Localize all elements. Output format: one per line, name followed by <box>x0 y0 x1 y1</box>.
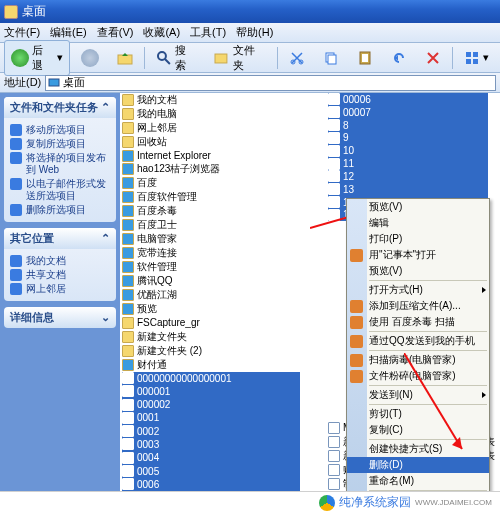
task-move[interactable]: 移动所选项目 <box>10 124 110 136</box>
search-button[interactable]: 搜索 <box>149 40 204 76</box>
svg-rect-13 <box>473 59 478 64</box>
list-item[interactable]: 0001 <box>122 411 300 424</box>
list-item[interactable]: 000002 <box>122 398 300 411</box>
menu-item[interactable]: 文件粉碎(电脑管家) <box>347 368 489 384</box>
menu-item[interactable]: 打开方式(H) <box>347 282 489 298</box>
list-item[interactable]: 12 <box>328 170 488 183</box>
list-item[interactable]: 我的电脑 <box>122 107 300 121</box>
menu-view[interactable]: 查看(V) <box>97 25 134 40</box>
views-button[interactable]: ▾ <box>457 47 496 69</box>
folder-icon <box>122 94 134 106</box>
menu-item[interactable]: 重命名(M) <box>347 473 489 489</box>
paste-button[interactable] <box>350 47 380 69</box>
item-label: 百度 <box>137 176 157 190</box>
app-icon <box>122 219 134 231</box>
list-item[interactable]: 0003 <box>122 438 300 451</box>
item-label: 00006 <box>343 94 371 105</box>
menu-edit[interactable]: 编辑(E) <box>50 25 87 40</box>
list-item[interactable]: 0006 <box>122 478 300 491</box>
item-label: hao123桔子浏览器 <box>137 162 220 176</box>
menu-item[interactable]: 通过QQ发送到我的手机 <box>347 333 489 349</box>
list-item[interactable]: 0002 <box>122 425 300 438</box>
back-button[interactable]: 后退 ▾ <box>4 40 70 76</box>
folder-icon <box>122 331 134 343</box>
place-shared[interactable]: 共享文档 <box>10 269 110 281</box>
list-item[interactable]: 新建文件夹 (2) <box>122 344 300 358</box>
menu-fav[interactable]: 收藏(A) <box>143 25 180 40</box>
menu-item-label: 删除(D) <box>369 458 403 472</box>
address-input[interactable]: 桌面 <box>45 75 496 91</box>
list-item[interactable]: Internet Explorer <box>122 149 300 162</box>
menu-tools[interactable]: 工具(T) <box>190 25 226 40</box>
menu-item[interactable]: 用"记事本"打开 <box>347 247 489 263</box>
menu-help[interactable]: 帮助(H) <box>236 25 273 40</box>
folders-button[interactable]: 文件夹 <box>207 40 273 76</box>
panel-header[interactable]: 文件和文件夹任务 ⌃ <box>4 97 116 118</box>
task-copy[interactable]: 复制所选项目 <box>10 138 110 150</box>
list-item[interactable]: 13 <box>328 183 488 196</box>
folders-icon <box>214 50 230 66</box>
menu-item[interactable]: 发送到(N) <box>347 387 489 403</box>
list-item[interactable]: 回收站 <box>122 135 300 149</box>
copy-button[interactable] <box>316 47 346 69</box>
list-item[interactable]: 电脑管家 <box>122 232 300 246</box>
menu-item[interactable]: 使用 百度杀毒 扫描 <box>347 314 489 330</box>
panel-header[interactable]: 详细信息 ⌄ <box>4 307 116 328</box>
place-label: 我的文档 <box>26 255 66 267</box>
menu-item[interactable]: 预览(V) <box>347 263 489 279</box>
menu-item-icon <box>350 300 363 313</box>
file-icon <box>328 436 340 448</box>
place-docs[interactable]: 我的文档 <box>10 255 110 267</box>
list-item[interactable]: 10 <box>328 144 488 157</box>
menu-item[interactable]: 扫描病毒(电脑管家) <box>347 352 489 368</box>
task-delete[interactable]: 删除所选项目 <box>10 204 110 216</box>
list-item[interactable]: 腾讯QQ <box>122 274 300 288</box>
menu-item[interactable]: 打印(P) <box>347 231 489 247</box>
separator <box>144 47 145 69</box>
panel-header[interactable]: 其它位置 ⌃ <box>4 228 116 249</box>
menu-item[interactable]: 添加到压缩文件(A)... <box>347 298 489 314</box>
list-item[interactable]: 0004 <box>122 451 300 464</box>
forward-button[interactable] <box>74 46 106 70</box>
list-item[interactable]: 财付通 <box>122 358 300 372</box>
list-item[interactable]: 000001 <box>122 385 300 398</box>
move-icon <box>10 124 22 136</box>
file-list[interactable]: 我的文档我的电脑网上邻居回收站Internet Explorerhao123桔子… <box>120 93 500 491</box>
delete-button[interactable] <box>418 47 448 69</box>
list-item[interactable]: 00007 <box>328 106 488 119</box>
menu-item[interactable]: 创建快捷方式(S) <box>347 441 489 457</box>
up-button[interactable] <box>110 47 140 69</box>
list-item[interactable]: 网上邻居 <box>122 121 300 135</box>
list-item[interactable]: 预览 <box>122 302 300 316</box>
list-item[interactable]: 8 <box>328 119 488 132</box>
list-item[interactable]: 百度 <box>122 176 300 190</box>
task-email[interactable]: 以电子邮件形式发送所选项目 <box>10 178 110 202</box>
cut-button[interactable] <box>282 47 312 69</box>
list-item[interactable]: 百度杀毒 <box>122 204 300 218</box>
list-item[interactable]: 00000000000000001 <box>122 372 300 385</box>
menu-item[interactable]: 预览(V) <box>347 199 489 215</box>
list-item[interactable]: 00006 <box>328 93 488 106</box>
list-item[interactable]: 0005 <box>122 464 300 477</box>
list-item[interactable]: 11 <box>328 157 488 170</box>
list-item[interactable]: FSCapture_gr <box>122 316 300 329</box>
undo-button[interactable] <box>384 47 414 69</box>
list-item[interactable]: 百度软件管理 <box>122 190 300 204</box>
menu-separator <box>369 404 487 405</box>
item-label: 新建文件夹 <box>137 330 187 344</box>
list-item[interactable]: 9 <box>328 131 488 144</box>
menu-item[interactable]: 删除(D) <box>347 457 489 473</box>
menu-item[interactable]: 编辑 <box>347 215 489 231</box>
list-item[interactable]: 优酷江湖 <box>122 288 300 302</box>
list-item[interactable]: 软件管理 <box>122 260 300 274</box>
list-item[interactable]: 新建文件夹 <box>122 330 300 344</box>
task-publish[interactable]: 将选择的项目发布到 Web <box>10 152 110 176</box>
place-network[interactable]: 网上邻居 <box>10 283 110 295</box>
list-item[interactable]: 我的文档 <box>122 93 300 107</box>
menu-item[interactable]: 复制(C) <box>347 422 489 438</box>
list-item[interactable]: 百度卫士 <box>122 218 300 232</box>
menu-item[interactable]: 剪切(T) <box>347 406 489 422</box>
list-item[interactable]: 宽带连接 <box>122 246 300 260</box>
menu-file[interactable]: 文件(F) <box>4 25 40 40</box>
list-item[interactable]: hao123桔子浏览器 <box>122 162 300 176</box>
